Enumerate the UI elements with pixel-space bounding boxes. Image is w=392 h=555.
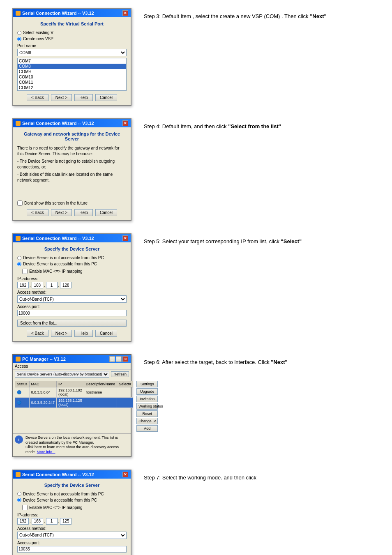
listbox-item-com7[interactable]: COM7 xyxy=(18,58,126,64)
step3-title: Serial Connection Wizard -- V3.12 xyxy=(22,11,94,16)
step7-access-port-input[interactable] xyxy=(17,546,127,553)
step7-radio1[interactable] xyxy=(17,492,21,496)
step3-close-button[interactable]: ✕ xyxy=(122,10,128,16)
step5-ip1[interactable] xyxy=(17,282,29,288)
step7-ip4[interactable] xyxy=(60,518,71,525)
step5-select-emphasis: "Select" xyxy=(281,238,302,244)
change-ip-button[interactable]: Change IP xyxy=(136,418,158,424)
step7-heading: Specify the Device Server xyxy=(17,483,127,488)
step7-window: Serial Connection Wizard -- V3.12 ✕ Spec… xyxy=(12,470,131,555)
step6-menu-access[interactable]: Access xyxy=(15,364,28,368)
step6-maximize-button[interactable]: □ xyxy=(116,356,122,362)
step7-radio2-label: Device Server is accessible from this PC xyxy=(23,498,97,502)
reset-button[interactable]: Reset xyxy=(136,410,158,417)
step3-radio1[interactable] xyxy=(17,31,21,35)
listbox-item-com12[interactable]: COM12 xyxy=(18,85,126,90)
step5-close-button[interactable]: ✕ xyxy=(122,235,128,241)
step7-close-button[interactable]: ✕ xyxy=(122,472,128,477)
step7-ip2[interactable] xyxy=(32,518,43,525)
row2-mac: 0.0.3.5.20.247 xyxy=(29,398,57,408)
step5-radio1-label: Device Server is not accessible from thi… xyxy=(23,256,104,260)
step4-heading: Gateway and network settings for the Dev… xyxy=(17,131,127,141)
table-row[interactable]: 🔵 0.0.3.5.0.04 192.168.1.102 (local) hos… xyxy=(15,387,133,398)
step4-checkbox[interactable] xyxy=(17,200,23,206)
step3-next-button[interactable]: Next > xyxy=(51,94,72,101)
step6-titlebar: PC Manager -- V3.12 _ □ ✕ xyxy=(13,355,131,363)
step6-refresh-button[interactable]: Refresh xyxy=(111,371,129,377)
working-status-button[interactable]: Working status xyxy=(136,403,158,410)
listbox-item-com11[interactable]: COM11 xyxy=(18,80,126,85)
invitation-button[interactable]: Invitation xyxy=(136,396,158,402)
table-row[interactable]: 🔵 0.0.3.5.20.247 192.168.1.125 (local) xyxy=(15,398,133,408)
step3-cancel-button[interactable]: Cancel xyxy=(95,94,117,101)
step7-ip1[interactable] xyxy=(17,518,29,525)
step4-window: Serial Connection Wizard -- V3.12 ✕ Gate… xyxy=(12,118,131,221)
step5-mac-checkbox[interactable] xyxy=(22,269,28,274)
step3-buttons: < Back Next > Help Cancel xyxy=(17,94,127,101)
step4-window-wrapper: Serial Connection Wizard -- V3.12 ✕ Gate… xyxy=(12,118,131,221)
step6-toolbar-select[interactable]: Serial Device Servers (auto-discovery by… xyxy=(15,371,109,378)
step6-window-icon xyxy=(16,357,21,362)
step4-next-button[interactable]: Next > xyxy=(51,209,72,216)
step5-ip-label: IP-address: xyxy=(17,276,127,281)
listbox-item-com10[interactable]: COM10 xyxy=(18,74,126,80)
step7-mac-checkbox[interactable] xyxy=(22,505,28,510)
step3-port-select[interactable]: COM7 COM8 COM9 COM10 COM11 COM12 COM13 C… xyxy=(17,49,127,56)
listbox-item-com9[interactable]: COM9 xyxy=(18,69,126,74)
step6-minimize-button[interactable]: _ xyxy=(109,356,115,362)
step5-back-button[interactable]: < Back xyxy=(27,330,48,337)
listbox-item-com8[interactable]: COM8 xyxy=(18,64,126,69)
step6-action-buttons: Settings Upgrade Invitation Working stat… xyxy=(135,379,159,433)
step6-toolbar: Serial Device Servers (auto-discovery by… xyxy=(13,370,131,379)
step4-title: Serial Connection Wizard -- V3.12 xyxy=(22,121,94,126)
step4-help-button[interactable]: Help xyxy=(74,209,93,216)
step3-back-button[interactable]: < Back xyxy=(27,94,48,101)
upgrade-button[interactable]: Upgrade xyxy=(136,388,158,395)
step3-description: Step 3: Default Item , select the create… xyxy=(144,8,380,21)
step5-mac-label: Enable MAC <=> IP mapping xyxy=(29,269,83,274)
step3-help-button[interactable]: Help xyxy=(74,94,93,101)
step7-ip-fields: . . . xyxy=(17,518,127,525)
step7-description: Step 7: Select the working mode. and the… xyxy=(144,470,380,482)
step7-access-section: Access method: Out-of-Band (TCP) xyxy=(17,526,127,539)
settings-button[interactable]: Settings xyxy=(136,381,158,387)
step3-radio2[interactable] xyxy=(17,37,21,41)
step7-radio2[interactable] xyxy=(17,498,21,502)
col-select: Select# xyxy=(117,381,133,387)
add-button[interactable]: Add xyxy=(136,425,158,432)
step5-radio2-label: Device Server is accessible from this PC xyxy=(23,262,97,266)
step5-ip2[interactable] xyxy=(32,282,43,288)
more-info-link[interactable]: More info... xyxy=(37,450,55,454)
step5-ip4[interactable] xyxy=(60,282,71,288)
step5-ip3[interactable] xyxy=(46,282,58,288)
step5-window-wrapper: Serial Connection Wizard -- V3.12 ✕ Spec… xyxy=(12,233,131,342)
step4-cancel-button[interactable]: Cancel xyxy=(95,209,117,216)
step7-radio2-row: Device Server is accessible from this PC xyxy=(17,498,127,502)
step5-select-list-button[interactable]: Select from the list... xyxy=(17,320,127,327)
step4-close-button[interactable]: ✕ xyxy=(122,120,128,126)
step7-access-method-label: Access method: xyxy=(17,526,127,531)
step5-cancel-button[interactable]: Cancel xyxy=(95,330,117,337)
step3-next-emphasis: "Next" xyxy=(310,13,327,19)
step6-close-button[interactable]: ✕ xyxy=(122,356,128,362)
row2-select xyxy=(117,398,133,408)
step7-ip3[interactable] xyxy=(46,518,58,525)
step7-titlebar: Serial Connection Wizard -- V3.12 ✕ xyxy=(13,470,131,479)
step7-access-method-select[interactable]: Out-of-Band (TCP) xyxy=(17,532,127,539)
step5-body: Specify the Device Server Device Server … xyxy=(13,242,131,341)
step4-back-button[interactable]: < Back xyxy=(27,209,48,216)
step3-window-wrapper: Serial Connection Wizard -- V3.12 ✕ Spec… xyxy=(12,8,131,106)
step5-titlebar: Serial Connection Wizard -- V3.12 ✕ xyxy=(13,234,131,242)
step5-help-button[interactable]: Help xyxy=(74,330,93,337)
row1-ip: 192.168.1.102 (local) xyxy=(57,387,84,398)
step5-access-method-select[interactable]: Out-of-Band (TCP) xyxy=(17,295,127,303)
listbox-item-com13[interactable]: COM13 xyxy=(18,90,126,91)
step5-access-port-input[interactable] xyxy=(17,310,127,316)
step5-mac-row: Enable MAC <=> IP mapping xyxy=(22,269,127,274)
step5-port-section: Access port: xyxy=(17,304,127,316)
step6-description: Step 6: After select step6the target, ba… xyxy=(144,354,380,366)
step6-window-wrapper: PC Manager -- V3.12 _ □ ✕ Access Serial … xyxy=(12,354,131,457)
step5-next-button[interactable]: Next > xyxy=(51,330,72,337)
step5-radio1[interactable] xyxy=(17,256,21,260)
step5-radio2[interactable] xyxy=(17,262,21,266)
